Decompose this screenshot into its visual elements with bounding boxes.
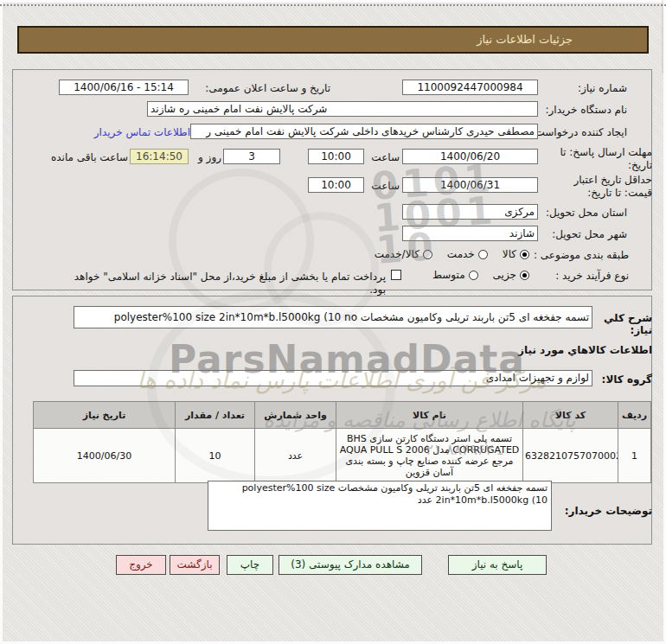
col-header-item-name: نام کالا — [336, 402, 523, 429]
hours-remaining-label: ساعت باقی مانده — [36, 151, 128, 164]
radio-option-label: جزیی — [493, 269, 516, 281]
countdown-timer: 16:14:50 — [130, 149, 189, 164]
radio-icon[interactable] — [469, 271, 478, 280]
treasury-checkbox[interactable] — [391, 270, 401, 280]
radio-icon[interactable] — [478, 250, 488, 259]
cell-item-code: 6328210757070002 — [523, 429, 618, 483]
days-remaining-field[interactable]: 3 — [223, 149, 280, 164]
radio-option-label: متوسط — [432, 269, 465, 281]
radio-option-medium[interactable]: متوسط — [432, 269, 478, 281]
price-validity-time-field[interactable]: 10:00 — [308, 177, 364, 193]
announce-datetime-label: تاریخ و ساعت اعلان عمومی: — [192, 82, 330, 95]
print-button[interactable]: چاپ — [227, 555, 273, 575]
goods-group-field[interactable]: لوازم و تجهیزات امدادی — [74, 370, 592, 386]
treasury-checkbox-label: پرداخت تمام یا بخشی از مبلغ خرید،از محل … — [59, 271, 386, 296]
cell-need-date: 1400/06/30 — [34, 429, 176, 483]
purchase-process-options: جزیی متوسط — [407, 268, 529, 282]
cell-item-name: تسمه پلی استر دستگاه کارتن سازی BHS CORR… — [336, 429, 523, 483]
radio-option-label: خدمت — [447, 248, 475, 260]
buyer-org-field[interactable]: شرکت پالایش نفت امام خمینی ره شازند — [147, 101, 538, 117]
buyer-notes-label: توضیحات خریدار: — [554, 505, 652, 517]
general-desc-field[interactable]: تسمه جفخغه ای 5تن باربند تریلی وکامیون م… — [74, 306, 592, 328]
need-number-field[interactable]: 1100092447000984 — [402, 80, 538, 95]
top-dotted-divider — [0, 4, 666, 6]
radio-option-service[interactable]: خدمت — [447, 248, 488, 260]
cell-unit: عدد — [255, 429, 336, 483]
announce-datetime-field[interactable]: 1400/06/16 - 15:14 — [59, 80, 189, 95]
goods-table-row: 1 6328210757070002 تسمه پلی استر دستگاه … — [34, 429, 651, 483]
radio-icon[interactable] — [423, 250, 432, 259]
col-header-row-no: ردیف — [618, 402, 651, 429]
page-title: جزئیات اطلاعات نیاز — [17, 26, 649, 54]
view-attached-docs-button[interactable]: مشاهده مدارک پیوستی (3) — [279, 555, 422, 575]
col-header-unit: واحد شمارش — [255, 402, 336, 429]
col-header-qty: تعداد / مقدار — [176, 402, 255, 429]
goods-group-label: گروه کالا: — [585, 373, 652, 386]
subject-class-options: کالا خدمت کالا/خدمت — [343, 247, 529, 261]
reply-deadline-date-field[interactable]: 1400/06/20 — [402, 149, 538, 164]
exit-button[interactable]: خروج — [116, 555, 166, 575]
radio-option-label: کالا — [503, 248, 516, 260]
cell-qty: 10 — [176, 429, 255, 483]
price-validity-hour-label: ساعت — [367, 180, 400, 193]
reply-deadline-hour-label: ساعت — [367, 151, 400, 164]
radio-icon[interactable] — [520, 271, 529, 280]
reply-deadline-label: مهلت ارسال پاسخ: تا تاریخ: — [547, 146, 652, 172]
request-creator-field[interactable]: مصطفی حیدری کارشناس خریدهای داخلی شرکت پ… — [190, 124, 538, 139]
back-button[interactable]: بازگشت — [170, 555, 220, 575]
days-and-label: روز و — [190, 151, 221, 164]
reply-to-need-button[interactable]: پاسخ به نیاز — [448, 555, 547, 575]
radio-icon[interactable] — [520, 250, 529, 259]
purchase-process-label: نوع فرآیند خرید : — [515, 270, 629, 283]
goods-table-header-row: ردیف کد کالا نام کالا واحد شمارش تعداد /… — [34, 402, 651, 429]
goods-table: ردیف کد کالا نام کالا واحد شمارش تعداد /… — [33, 401, 651, 483]
delivery-province-field[interactable]: مرکزی — [402, 204, 538, 220]
delivery-city-field[interactable]: شازند — [402, 226, 538, 241]
col-header-need-date: تاریخ نیاز — [34, 402, 176, 429]
buyer-notes-textarea[interactable]: تسمه جفخغه ای 5تن باربند تریلی وکامیون م… — [208, 481, 552, 531]
radio-option-goods[interactable]: کالا — [503, 248, 529, 260]
price-validity-label: حداقل تاریخ اعتبار قیمت: تا تاریخ: — [547, 174, 652, 200]
radio-option-partial[interactable]: جزیی — [493, 269, 529, 281]
radio-option-label: کالا/خدمت — [375, 248, 419, 260]
price-validity-date-field[interactable]: 1400/06/31 — [402, 177, 538, 193]
goods-info-heading: اطلاعات کالاهاي مورد نیاز — [484, 344, 652, 356]
buyer-contact-link[interactable]: اطلاعات تماس خریدار — [90, 126, 190, 138]
col-header-item-code: کد کالا — [523, 402, 618, 429]
cell-row-no: 1 — [618, 429, 651, 483]
reply-deadline-time-field[interactable]: 10:00 — [308, 149, 364, 164]
radio-option-goods-service[interactable]: کالا/خدمت — [375, 248, 432, 260]
need-details-page: جزئیات اطلاعات نیاز شماره نیاز: 11000924… — [0, 0, 666, 644]
watermark-barcode-lines — [662, 0, 666, 73]
